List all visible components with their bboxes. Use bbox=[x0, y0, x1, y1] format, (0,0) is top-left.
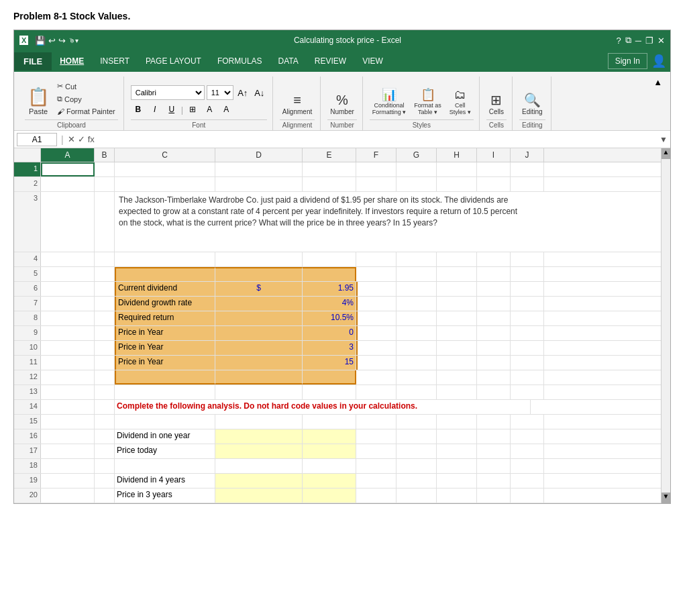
formula-bar-expand-icon[interactable]: ▼ bbox=[659, 135, 668, 144]
cell-b17[interactable] bbox=[95, 444, 115, 458]
cell-h18[interactable] bbox=[437, 459, 477, 473]
cell-f16[interactable] bbox=[356, 429, 397, 444]
cell-i9[interactable] bbox=[477, 326, 511, 340]
cell-e5[interactable] bbox=[303, 267, 356, 281]
cell-b2[interactable] bbox=[95, 177, 115, 191]
cell-j17[interactable] bbox=[511, 444, 544, 458]
cell-a8[interactable] bbox=[41, 311, 95, 325]
cell-a10[interactable] bbox=[41, 341, 95, 355]
cell-a19[interactable] bbox=[41, 474, 95, 488]
cell-h12[interactable] bbox=[437, 370, 477, 384]
cell-b4[interactable] bbox=[95, 252, 115, 266]
row-header-8[interactable]: 8 bbox=[14, 311, 41, 325]
cell-b10[interactable] bbox=[95, 341, 115, 355]
cell-i20[interactable] bbox=[477, 489, 511, 503]
cell-e7[interactable]: 4% bbox=[303, 297, 356, 311]
formula-input[interactable] bbox=[97, 132, 657, 147]
cell-d13[interactable] bbox=[215, 385, 303, 399]
cell-b1[interactable] bbox=[95, 162, 115, 176]
cell-j10[interactable] bbox=[511, 341, 544, 355]
cell-f8[interactable] bbox=[356, 311, 397, 325]
scroll-up-btn[interactable]: ▲ bbox=[662, 148, 670, 159]
redo-icon[interactable]: ↪ bbox=[58, 36, 66, 46]
cell-g12[interactable] bbox=[397, 370, 437, 384]
cell-d8[interactable] bbox=[215, 311, 303, 325]
row-header-15[interactable]: 15 bbox=[14, 415, 41, 429]
cell-e9[interactable]: 0 bbox=[303, 326, 356, 340]
vertical-scrollbar[interactable]: ▲ ▼ bbox=[661, 148, 670, 503]
cell-i5[interactable] bbox=[477, 267, 511, 281]
row-header-10[interactable]: 10 bbox=[14, 341, 41, 355]
cell-d19[interactable] bbox=[215, 474, 303, 488]
cell-e2[interactable] bbox=[303, 177, 356, 191]
cell-j2[interactable] bbox=[511, 177, 544, 191]
sign-in-button[interactable]: Sign In bbox=[608, 53, 647, 69]
cell-b9[interactable] bbox=[95, 326, 115, 340]
cell-g11[interactable] bbox=[397, 356, 437, 370]
close-icon[interactable]: ✕ bbox=[657, 36, 665, 46]
cell-h16[interactable] bbox=[437, 429, 477, 444]
cell-d6[interactable]: $ bbox=[215, 282, 303, 296]
cell-d2[interactable] bbox=[215, 177, 303, 191]
cell-b8[interactable] bbox=[95, 311, 115, 325]
col-header-d[interactable]: D bbox=[215, 148, 303, 162]
font-family-select[interactable]: Calibri bbox=[131, 85, 205, 100]
cell-a7[interactable] bbox=[41, 297, 95, 311]
cell-h11[interactable] bbox=[437, 356, 477, 370]
cell-h5[interactable] bbox=[437, 267, 477, 281]
cell-a20[interactable] bbox=[41, 489, 95, 503]
cell-d10[interactable] bbox=[215, 341, 303, 355]
cell-g4[interactable] bbox=[397, 252, 437, 266]
col-header-g[interactable]: G bbox=[397, 148, 437, 162]
cell-i15[interactable] bbox=[477, 415, 511, 429]
cell-c11[interactable]: Price in Year bbox=[115, 356, 215, 370]
cell-h20[interactable] bbox=[437, 489, 477, 503]
cell-c3-merged[interactable]: The Jackson-Timberlake Wardrobe Co. just… bbox=[115, 192, 531, 252]
font-color-button[interactable]: A bbox=[219, 102, 233, 117]
cell-e8[interactable]: 10.5% bbox=[303, 311, 356, 325]
cell-e20[interactable] bbox=[303, 489, 356, 503]
cell-a16[interactable] bbox=[41, 429, 95, 444]
cells-button[interactable]: ⊞ Cells bbox=[486, 91, 507, 117]
row-header-2[interactable]: 2 bbox=[14, 177, 41, 191]
col-header-b[interactable]: B bbox=[95, 148, 115, 162]
cell-e15[interactable] bbox=[303, 415, 356, 429]
cell-f19[interactable] bbox=[356, 474, 397, 488]
cell-c18[interactable] bbox=[115, 459, 215, 473]
conditional-formatting-button[interactable]: 📊 ConditionalFormatting ▾ bbox=[370, 86, 409, 117]
cell-c14-merged[interactable]: Complete the following analysis. Do not … bbox=[115, 400, 531, 414]
cell-b5[interactable] bbox=[95, 267, 115, 281]
row-header-3[interactable]: 3 bbox=[14, 192, 41, 252]
cell-a11[interactable] bbox=[41, 356, 95, 370]
cell-styles-button[interactable]: 🗂 CellStyles ▾ bbox=[447, 87, 474, 117]
cell-f13[interactable] bbox=[356, 385, 397, 399]
cell-h19[interactable] bbox=[437, 474, 477, 488]
row-header-20[interactable]: 20 bbox=[14, 489, 41, 503]
cell-g1[interactable] bbox=[397, 162, 437, 176]
number-button[interactable]: % Number bbox=[327, 91, 357, 117]
cut-button[interactable]: ✂ Cut bbox=[54, 81, 118, 92]
cell-h8[interactable] bbox=[437, 311, 477, 325]
cell-g9[interactable] bbox=[397, 326, 437, 340]
cell-c15[interactable] bbox=[115, 415, 215, 429]
col-header-j[interactable]: J bbox=[511, 148, 544, 162]
cell-c6[interactable]: Current dividend bbox=[115, 282, 215, 296]
col-header-e[interactable]: E bbox=[303, 148, 356, 162]
cell-b14[interactable] bbox=[95, 400, 115, 414]
corner-cell[interactable] bbox=[14, 148, 41, 162]
menu-formulas[interactable]: FORMULAS bbox=[209, 52, 270, 70]
cell-j16[interactable] bbox=[511, 429, 544, 444]
cell-j19[interactable] bbox=[511, 474, 544, 488]
cell-g6[interactable] bbox=[397, 282, 437, 296]
cell-d15[interactable] bbox=[215, 415, 303, 429]
cell-h1[interactable] bbox=[437, 162, 477, 176]
row-header-7[interactable]: 7 bbox=[14, 297, 41, 311]
editing-button[interactable]: 🔍 Editing bbox=[519, 91, 545, 117]
cell-c1[interactable] bbox=[115, 162, 215, 176]
cell-b6[interactable] bbox=[95, 282, 115, 296]
cell-b7[interactable] bbox=[95, 297, 115, 311]
cell-g20[interactable] bbox=[397, 489, 437, 503]
cell-a17[interactable] bbox=[41, 444, 95, 458]
cell-b12[interactable] bbox=[95, 370, 115, 384]
copy-button[interactable]: ⧉ Copy bbox=[54, 93, 118, 105]
